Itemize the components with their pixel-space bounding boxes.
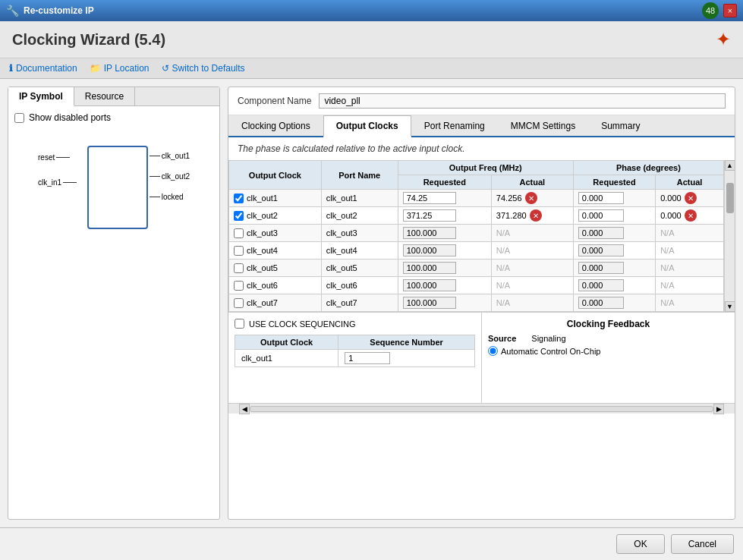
freq-actual-0: 74.256	[496, 193, 522, 203]
use-clock-seq-checkbox[interactable]	[235, 319, 244, 329]
auto-control-radio[interactable]	[488, 346, 498, 356]
col-freq-act: Actual	[491, 175, 573, 190]
close-button[interactable]: ×	[723, 4, 737, 17]
horizontal-scrollbar[interactable]: ◀ ▶	[228, 403, 735, 414]
component-name-input[interactable]	[319, 93, 726, 109]
vertical-scrollbar[interactable]: ▲ ▼	[724, 160, 735, 312]
port-name-cell: clk_out4	[321, 242, 398, 260]
header: Clocking Wizard (5.4) ✦	[0, 21, 743, 58]
tab-resource[interactable]: Resource	[74, 87, 135, 105]
freq-req-input-0[interactable]	[403, 192, 456, 204]
scroll-left-btn[interactable]: ◀	[239, 404, 250, 414]
freq-req-input-2[interactable]	[403, 227, 456, 239]
phase-actual-na-3: N/A	[660, 246, 674, 255]
phase-actual-na-5: N/A	[660, 281, 674, 290]
tab-mmcm-settings[interactable]: MMCM Settings	[498, 115, 588, 136]
title-bar: 🔧 Re-customize IP 48 ×	[0, 0, 743, 21]
output-clock-name: clk_out4	[247, 246, 278, 255]
col-phase-req: Requested	[573, 175, 655, 190]
port-name-cell: clk_out1	[321, 190, 398, 207]
phase-actual-na-2: N/A	[660, 228, 674, 238]
row-checkbox-1[interactable]	[234, 211, 244, 221]
row-checkbox-4[interactable]	[234, 263, 244, 273]
bottom-section: USE CLOCK SEQUENCING Output Clock Sequen…	[228, 312, 735, 403]
phase-req-input-5[interactable]	[578, 279, 624, 291]
row-checkbox-0[interactable]	[234, 193, 244, 203]
col-freq-req: Requested	[398, 175, 491, 190]
phase-req-input-0[interactable]	[578, 192, 624, 204]
row-checkbox-5[interactable]	[234, 281, 244, 291]
phase-req-input-3[interactable]	[578, 244, 624, 256]
freq-actual-na-2: N/A	[496, 228, 510, 238]
table-row: clk_out4 clk_out4N/AN/A	[229, 242, 724, 260]
ip-symbol-diagram: reset clk_in1 clk_ou	[38, 146, 190, 229]
phase-req-input-2[interactable]	[578, 227, 624, 239]
freq-req-input-6[interactable]	[403, 297, 456, 309]
freq-req-input-3[interactable]	[403, 244, 456, 256]
app-icon: 🔧	[6, 5, 19, 17]
output-clock-name: clk_out5	[247, 263, 278, 272]
scroll-up-btn[interactable]: ▲	[725, 160, 735, 171]
locked-port: locked	[150, 193, 190, 201]
sequence-table: Output Clock Sequence Number clk_out1	[235, 335, 475, 367]
freq-req-input-4[interactable]	[403, 262, 456, 274]
clear-phase-btn-1[interactable]: ✕	[685, 209, 697, 222]
seq-col1-header: Output Clock	[235, 335, 338, 350]
table-row: clk_out1	[235, 350, 475, 367]
output-clock-name: clk_out3	[247, 228, 278, 238]
use-clock-seq-label: USE CLOCK SEQUENCING	[249, 319, 356, 329]
ip-location-button[interactable]: 📁 IP Location	[90, 63, 150, 74]
show-disabled-ports-checkbox[interactable]	[14, 113, 24, 123]
tab-clocking-options[interactable]: Clocking Options	[228, 115, 323, 136]
table-row: clk_out7 clk_out7N/AN/A	[229, 294, 724, 312]
phase-actual-na-6: N/A	[660, 298, 674, 307]
scroll-right-btn[interactable]: ▶	[713, 404, 724, 414]
refresh-icon: ↺	[162, 63, 169, 74]
phase-actual-0: 0.000	[660, 193, 682, 203]
port-name-cell: clk_out6	[321, 277, 398, 294]
component-name-row: Component Name	[228, 87, 735, 115]
output-clock-name: clk_out7	[247, 298, 278, 307]
source-label: Source	[488, 334, 516, 343]
tab-output-clocks[interactable]: Output Clocks	[323, 115, 411, 137]
clear-freq-btn-1[interactable]: ✕	[530, 209, 542, 222]
row-checkbox-3[interactable]	[234, 246, 244, 256]
clear-freq-btn-0[interactable]: ✕	[525, 192, 537, 204]
clear-phase-btn-0[interactable]: ✕	[685, 192, 697, 204]
scroll-down-btn[interactable]: ▼	[725, 301, 735, 312]
freq-req-input-5[interactable]	[403, 279, 456, 291]
row-checkbox-6[interactable]	[234, 298, 244, 308]
toolbar: ℹ Documentation 📁 IP Location ↺ Switch t…	[0, 58, 743, 79]
phase-req-input-1[interactable]	[578, 209, 624, 222]
cancel-button[interactable]: Cancel	[671, 534, 734, 554]
switch-defaults-button[interactable]: ↺ Switch to Defaults	[162, 63, 245, 74]
folder-icon: 📁	[90, 63, 101, 74]
row-checkbox-2[interactable]	[234, 228, 244, 238]
table-row: clk_out1 clk_out1 74.256 ✕ 0.000 ✕	[229, 190, 724, 207]
scroll-thumb[interactable]	[726, 183, 734, 213]
tab-port-renaming[interactable]: Port Renaming	[411, 115, 498, 136]
clocking-feedback-section: Clocking Feedback Source Signaling Autom…	[482, 313, 735, 403]
port-name-cell: clk_out7	[321, 294, 398, 312]
ok-button[interactable]: OK	[616, 534, 664, 554]
col-output-freq: Output Freq (MHz)	[398, 161, 573, 175]
title-bar-text: Re-customize IP	[24, 5, 94, 16]
wizard-title: Clocking Wizard (5.4)	[12, 31, 165, 49]
col-output-clock: Output Clock	[229, 161, 322, 190]
h-scroll-track	[250, 406, 713, 412]
phase-req-input-6[interactable]	[578, 297, 624, 309]
clk-out2-port: clk_out2	[150, 172, 190, 181]
phase-req-input-4[interactable]	[578, 262, 624, 274]
auto-control-row: Automatic Control On-Chip	[488, 346, 729, 356]
clk-in1-port: clk_in1	[38, 178, 77, 187]
reset-port: reset	[38, 153, 77, 162]
documentation-button[interactable]: ℹ Documentation	[9, 63, 77, 74]
component-name-label: Component Name	[238, 96, 311, 106]
seq-number-input[interactable]	[345, 352, 390, 364]
tab-content: The phase is calculated relative to the …	[228, 137, 735, 519]
tab-ip-symbol[interactable]: IP Symbol	[8, 87, 74, 106]
vivado-icon: ✦	[716, 29, 731, 50]
freq-req-input-1[interactable]	[403, 209, 456, 222]
seq-row1-col2	[338, 350, 475, 367]
tab-summary[interactable]: Summary	[588, 115, 653, 136]
